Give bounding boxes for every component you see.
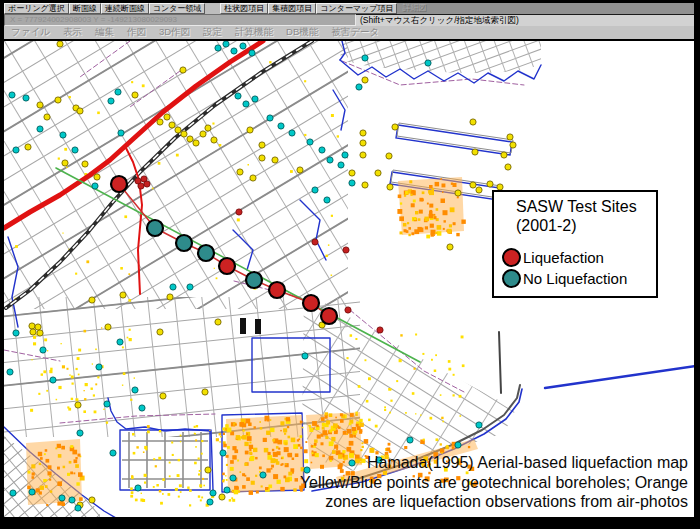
sasw-site-liquefaction[interactable] [269, 282, 285, 298]
borehole-dot [510, 142, 516, 148]
borehole-dot [175, 127, 181, 133]
sasw-site-liquefaction[interactable] [303, 295, 319, 311]
legend-title-line2: (2001-2) [502, 216, 652, 235]
toolbar-spacer [205, 3, 220, 14]
borehole-dot [219, 494, 225, 500]
borehole-dot [224, 487, 230, 493]
toolbar-button-1[interactable]: ボーリング選択 [4, 3, 69, 14]
borehole-dot [507, 134, 513, 140]
borehole-dot [215, 319, 221, 325]
menu-item-5[interactable]: 3D作図 [159, 26, 190, 39]
shortcut-hint: (Shift+マウス右クリック/指定地域索引図) [356, 14, 694, 26]
borehole-dot [187, 136, 193, 142]
menu-item-9[interactable]: 被害データ [331, 26, 379, 39]
menu-item-6[interactable]: 設定 [203, 26, 222, 39]
borehole-dot [260, 472, 266, 478]
borehole-dot [240, 43, 246, 49]
legend-title-line1: SASW Test Sites [502, 197, 652, 216]
borehole-dot [9, 92, 15, 98]
sasw-site-no_liquefaction[interactable] [246, 272, 262, 288]
menu-item-8[interactable]: DB機能 [286, 26, 318, 39]
borehole-dot [7, 369, 13, 375]
borehole-dot [75, 505, 81, 511]
map-viewport[interactable]: SASW Test Sites (2001-2) LiquefactionNo … [4, 41, 694, 517]
borehole-dot [289, 130, 295, 136]
borehole-dot [307, 139, 313, 145]
toolbar-button-2[interactable]: 断面線 [69, 3, 101, 14]
toolbar-button-4[interactable]: コンター領域 [149, 3, 206, 14]
borehole-dot [259, 142, 265, 148]
caption-line-1: Hamada(1995) Aerial-based liquefaction m… [300, 453, 688, 473]
legend-swatch-icon [502, 269, 521, 288]
legend-item-1: Liquefaction [502, 248, 652, 267]
borehole-dot [167, 294, 173, 300]
borehole-dot [23, 95, 29, 101]
toolbar-button-3[interactable]: 連続断面線 [101, 3, 149, 14]
toolbar-button-7[interactable]: コンターマップ項目 [316, 3, 397, 14]
borehole-dot [327, 157, 333, 163]
toolbar-button-6[interactable]: 集積図項目 [268, 3, 316, 14]
borehole-dot [160, 393, 166, 399]
borehole-dot [72, 147, 78, 153]
borehole-dot [297, 167, 303, 173]
borehole-dot [360, 130, 366, 136]
borehole-dot [139, 405, 145, 411]
menu-item-4[interactable]: 作図 [127, 26, 146, 39]
borehole-dot [272, 157, 278, 163]
borehole-dot [144, 181, 150, 187]
borehole-dot [105, 324, 111, 330]
borehole-dot [205, 467, 211, 473]
borehole-dot [476, 187, 482, 193]
sasw-site-no_liquefaction[interactable] [147, 220, 163, 236]
borehole-dot [447, 244, 453, 250]
borehole-dot [230, 475, 236, 481]
borehole-dot [455, 190, 461, 196]
borehole-dot [338, 162, 344, 168]
borehole-dot [243, 101, 249, 107]
borehole-dot [223, 41, 229, 47]
sasw-site-liquefaction[interactable] [219, 258, 235, 274]
borehole-dot [345, 307, 351, 313]
map-caption: Hamada(1995) Aerial-based liquefaction m… [300, 453, 688, 512]
sasw-site-liquefaction[interactable] [111, 176, 127, 192]
sasw-site-no_liquefaction[interactable] [176, 235, 192, 251]
coordinate-readout: X = 777924002908003 Y = -149213080029093 [4, 14, 356, 26]
borehole-dot [235, 93, 241, 99]
borehole-dot [342, 152, 348, 158]
borehole-dot [250, 175, 256, 181]
borehole-dot [200, 131, 206, 137]
borehole-dot [349, 170, 355, 176]
sasw-site-liquefaction[interactable] [321, 308, 337, 324]
borehole-dot [157, 329, 163, 335]
borehole-dot [108, 98, 114, 104]
borehole-dot [343, 247, 349, 253]
menu-item-1[interactable]: ファイル [11, 26, 50, 39]
borehole-dot [207, 499, 213, 505]
borehole-dot [77, 430, 83, 436]
menu-item-2[interactable]: 表示 [63, 26, 82, 39]
legend-label: Liquefaction [523, 249, 604, 266]
menu-item-3[interactable]: 編集 [95, 26, 114, 39]
borehole-dot [487, 181, 493, 187]
borehole-dot [135, 485, 141, 491]
borehole-dot [115, 89, 121, 95]
borehole-dot [470, 119, 476, 125]
sasw-site-no_liquefaction[interactable] [198, 245, 214, 261]
borehole-dot [375, 170, 381, 176]
toolbar-button-5[interactable]: 柱状図項目 [220, 3, 268, 14]
menu-item-7[interactable]: 計算機能 [235, 26, 273, 39]
status-bar: X = 777924002908003 Y = -149213080029093… [4, 14, 694, 26]
borehole-dot [13, 147, 19, 153]
borehole-dot [356, 84, 362, 90]
borehole-dot [220, 450, 226, 456]
borehole-dot [267, 115, 273, 121]
borehole-dot [75, 402, 81, 408]
borehole-dot [104, 401, 110, 407]
borehole-dot [193, 140, 199, 146]
application-window: ボーリング選択断面線連続断面線コンター領域柱状図項目集積図項目コンターマップ項目… [0, 0, 700, 529]
borehole-dot [10, 490, 16, 496]
borehole-dot [55, 97, 61, 103]
borehole-dot [472, 149, 478, 155]
borehole-dot [25, 144, 31, 150]
borehole-dot [425, 60, 431, 66]
